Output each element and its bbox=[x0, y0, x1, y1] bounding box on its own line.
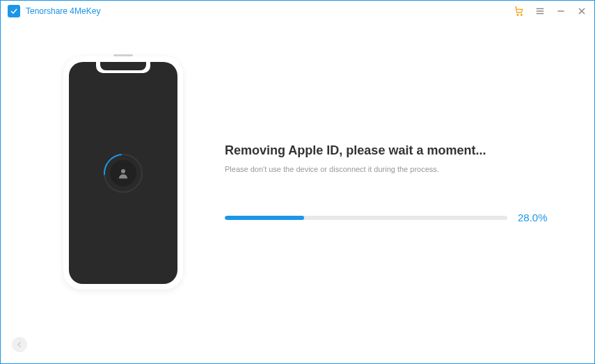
minimize-icon[interactable] bbox=[555, 6, 566, 17]
app-title: Tenorshare 4MeKey bbox=[26, 6, 100, 16]
cart-icon[interactable] bbox=[514, 6, 525, 17]
app-logo-icon bbox=[8, 5, 20, 17]
user-icon bbox=[110, 160, 136, 187]
svg-point-8 bbox=[121, 169, 125, 173]
menu-icon[interactable] bbox=[534, 6, 546, 17]
status-heading: Removing Apple ID, please wait a moment.… bbox=[225, 143, 553, 158]
close-icon[interactable] bbox=[576, 6, 587, 17]
phone-speaker bbox=[113, 54, 133, 56]
status-panel: Removing Apple ID, please wait a moment.… bbox=[225, 122, 553, 223]
main-content: Removing Apple ID, please wait a moment.… bbox=[1, 22, 594, 290]
titlebar-right bbox=[514, 6, 587, 17]
phone-screen bbox=[69, 62, 177, 284]
svg-point-0 bbox=[517, 14, 518, 15]
phone-notch bbox=[96, 62, 150, 73]
svg-point-1 bbox=[521, 14, 522, 15]
progress-row: 28.0% bbox=[225, 212, 553, 223]
progress-percent: 28.0% bbox=[518, 212, 553, 223]
titlebar-left: Tenorshare 4MeKey bbox=[8, 5, 100, 17]
progress-fill bbox=[225, 216, 304, 220]
app-window: Tenorshare 4MeKey bbox=[0, 0, 595, 364]
progress-bar bbox=[225, 216, 507, 220]
loading-avatar bbox=[104, 154, 143, 193]
status-subtext: Please don't use the device or disconnec… bbox=[225, 165, 553, 173]
phone-frame bbox=[63, 56, 183, 290]
phone-illustration bbox=[63, 56, 183, 290]
back-button[interactable] bbox=[12, 337, 27, 352]
titlebar: Tenorshare 4MeKey bbox=[1, 1, 594, 22]
